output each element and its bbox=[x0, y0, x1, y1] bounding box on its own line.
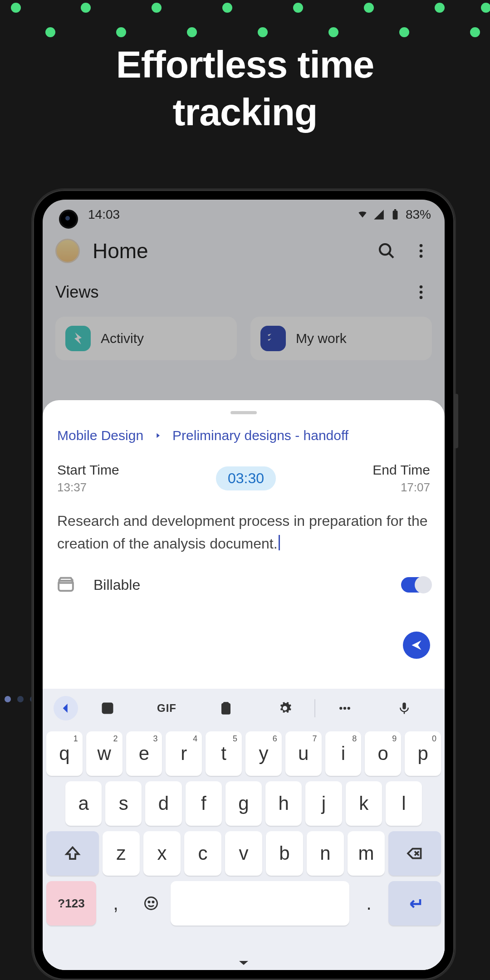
more-horizontal-icon bbox=[338, 701, 352, 715]
key-j[interactable]: j bbox=[305, 781, 342, 826]
key-v[interactable]: v bbox=[225, 831, 262, 876]
marketing-headline: Effortless time tracking bbox=[0, 41, 490, 136]
mic-icon bbox=[397, 701, 411, 715]
enter-key[interactable] bbox=[388, 881, 441, 926]
svg-point-25 bbox=[148, 902, 150, 903]
more-button[interactable] bbox=[315, 696, 374, 720]
svg-rect-11 bbox=[103, 703, 113, 714]
sticker-icon bbox=[101, 701, 114, 715]
duration-pill[interactable]: 03:30 bbox=[216, 466, 276, 490]
keyboard-collapse-button[interactable] bbox=[54, 696, 78, 720]
key-c[interactable]: c bbox=[184, 831, 221, 876]
key-b[interactable]: b bbox=[266, 831, 303, 876]
key-q[interactable]: q1 bbox=[46, 731, 83, 776]
svg-point-12 bbox=[105, 706, 107, 708]
key-s[interactable]: s bbox=[105, 781, 142, 826]
phone-frame: 14:03 83% Home Views bbox=[33, 190, 455, 980]
clipboard-icon bbox=[219, 701, 233, 715]
enter-icon bbox=[407, 895, 423, 911]
chevron-right-icon bbox=[154, 432, 162, 439]
end-time[interactable]: End Time 17:07 bbox=[372, 462, 430, 495]
period-key[interactable]: . bbox=[353, 881, 385, 926]
emoji-key[interactable] bbox=[135, 881, 167, 926]
key-x[interactable]: x bbox=[143, 831, 181, 876]
key-t[interactable]: t5 bbox=[206, 731, 242, 776]
key-k[interactable]: k bbox=[346, 781, 382, 826]
key-i[interactable]: i8 bbox=[325, 731, 362, 776]
start-time-label: Start Time bbox=[57, 462, 119, 478]
breadcrumb[interactable]: Mobile Design Preliminary designs - hand… bbox=[43, 428, 445, 456]
space-key[interactable] bbox=[171, 881, 349, 926]
svg-point-19 bbox=[343, 707, 346, 710]
key-o[interactable]: o9 bbox=[365, 731, 401, 776]
wallet-icon bbox=[57, 576, 75, 594]
page-indicator bbox=[0, 696, 36, 702]
nav-handle[interactable] bbox=[43, 956, 445, 970]
phone-screen: 14:03 83% Home Views bbox=[43, 200, 445, 970]
key-w[interactable]: w2 bbox=[86, 731, 122, 776]
svg-rect-21 bbox=[402, 703, 406, 710]
key-z[interactable]: z bbox=[103, 831, 140, 876]
clipboard-button[interactable] bbox=[196, 696, 255, 720]
drag-handle[interactable] bbox=[230, 411, 257, 414]
svg-point-24 bbox=[145, 897, 157, 910]
billable-label: Billable bbox=[93, 577, 383, 593]
backspace-key[interactable] bbox=[388, 831, 441, 876]
backspace-icon bbox=[407, 845, 423, 862]
submit-button[interactable] bbox=[403, 632, 430, 659]
time-entry-modal: Mobile Design Preliminary designs - hand… bbox=[43, 400, 445, 970]
key-g[interactable]: g bbox=[225, 781, 262, 826]
key-u[interactable]: u7 bbox=[285, 731, 322, 776]
billable-row: Billable bbox=[43, 568, 445, 608]
svg-point-26 bbox=[152, 902, 154, 903]
breadcrumb-project: Mobile Design bbox=[57, 428, 143, 443]
key-h[interactable]: h bbox=[265, 781, 302, 826]
breadcrumb-task: Preliminary designs - handoff bbox=[172, 428, 348, 443]
symbols-key[interactable]: ?123 bbox=[46, 881, 96, 926]
chevron-left-icon bbox=[59, 701, 73, 715]
sticker-button[interactable] bbox=[78, 696, 137, 720]
time-row: Start Time 13:37 03:30 End Time 17:07 bbox=[43, 456, 445, 505]
mic-button[interactable] bbox=[375, 696, 434, 720]
svg-rect-15 bbox=[224, 703, 228, 705]
billable-toggle[interactable] bbox=[401, 577, 430, 593]
phone-power-button bbox=[454, 394, 458, 448]
start-time[interactable]: Start Time 13:37 bbox=[57, 462, 119, 495]
gif-label: GIF bbox=[157, 702, 176, 715]
chevron-down-icon bbox=[237, 959, 250, 967]
svg-point-18 bbox=[340, 707, 343, 710]
keyboard-toolbar: GIF bbox=[43, 689, 445, 728]
key-m[interactable]: m bbox=[348, 831, 385, 876]
settings-button[interactable] bbox=[255, 696, 314, 720]
end-time-label: End Time bbox=[372, 462, 430, 478]
send-icon bbox=[410, 639, 423, 652]
gear-icon bbox=[278, 701, 292, 715]
camera-hole bbox=[59, 210, 78, 229]
description-text: Research and development process in prep… bbox=[57, 513, 427, 552]
keyboard-rows: q1w2e3r4t5y6u7i8o9p0 asdfghjkl zxcvbnm ?… bbox=[43, 728, 445, 926]
key-n[interactable]: n bbox=[307, 831, 344, 876]
description-input[interactable]: Research and development process in prep… bbox=[43, 505, 445, 568]
gif-button[interactable]: GIF bbox=[137, 696, 196, 720]
emoji-icon bbox=[143, 895, 159, 911]
shift-key[interactable] bbox=[46, 831, 99, 876]
shift-icon bbox=[64, 845, 81, 862]
key-a[interactable]: a bbox=[65, 781, 102, 826]
key-p[interactable]: p0 bbox=[405, 731, 441, 776]
marketing-dots bbox=[0, 0, 490, 45]
key-e[interactable]: e3 bbox=[126, 731, 162, 776]
text-cursor bbox=[279, 535, 280, 550]
start-time-value: 13:37 bbox=[57, 480, 119, 495]
key-r[interactable]: r4 bbox=[166, 731, 202, 776]
key-d[interactable]: d bbox=[145, 781, 181, 826]
svg-point-13 bbox=[108, 706, 110, 708]
key-l[interactable]: l bbox=[386, 781, 422, 826]
key-f[interactable]: f bbox=[186, 781, 222, 826]
soft-keyboard: GIF q1w2e3r4t5y6u7i8 bbox=[43, 689, 445, 970]
end-time-value: 17:07 bbox=[401, 480, 430, 495]
key-y[interactable]: y6 bbox=[245, 731, 282, 776]
svg-point-20 bbox=[348, 707, 350, 710]
comma-key[interactable]: , bbox=[100, 881, 132, 926]
